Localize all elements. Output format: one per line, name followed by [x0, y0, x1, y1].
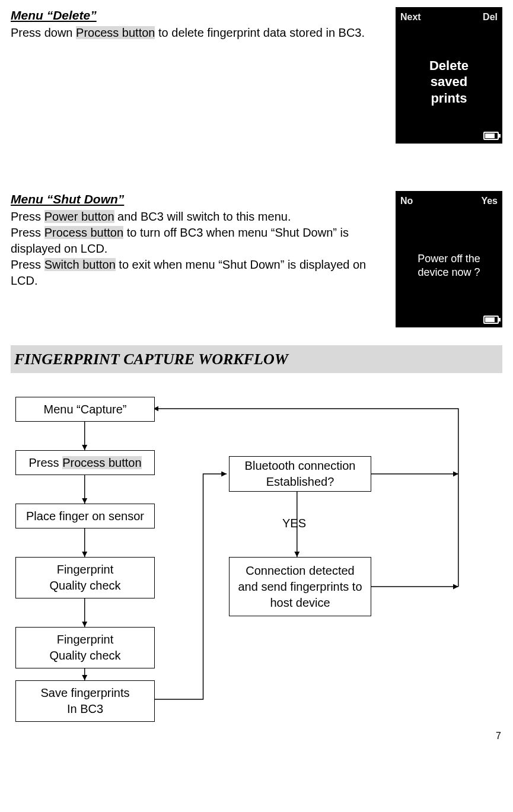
- battery-icon: [483, 132, 499, 140]
- flow-box-menu-capture: Menu “Capture”: [15, 397, 155, 422]
- workflow-heading: FINGERPRINT CAPTURE WORKFLOW: [11, 345, 502, 373]
- shutdown-device-screen: No Yes Power off the device now ?: [396, 191, 502, 327]
- shutdown-l1-post: and BC3 will switch to this menu.: [114, 210, 291, 223]
- delete-text-post: to delete fingerprint data stored in BC3…: [155, 26, 365, 39]
- shutdown-l1-pre: Press: [11, 210, 44, 223]
- flow-box-quality-check-repeat: Fingerprint Quality check: [15, 627, 155, 668]
- section-menu-shutdown: Menu “Shut Down” Press Power button and …: [11, 191, 502, 327]
- shutdown-line3: Press Switch button to exit when menu “S…: [11, 257, 385, 289]
- screen-body-text: Delete saved prints: [400, 24, 498, 140]
- flow-box-quality-check-repeat-text: Fingerprint Quality check: [49, 632, 120, 664]
- shutdown-heading: Menu “Shut Down”: [11, 191, 385, 208]
- screen-softkey-left: Next: [400, 11, 421, 24]
- flow-box-quality-check: Fingerprint Quality check: [15, 557, 155, 598]
- screen-top-bar: Next Del: [400, 11, 498, 24]
- screen-softkey-left-2: No: [400, 195, 413, 208]
- flow-box-press-process: Press Process button: [15, 450, 155, 475]
- section-menu-delete: Menu “Delete” Press down Process button …: [11, 7, 502, 144]
- screen-top-bar-2: No Yes: [400, 195, 498, 208]
- battery-icon-2: [483, 316, 499, 324]
- flow-box-place-finger: Place finger on sensor: [15, 504, 155, 528]
- switch-button-mention: Switch button: [44, 258, 116, 271]
- process-button-mention: Process button: [76, 26, 155, 39]
- page-number: 7: [496, 730, 501, 743]
- screen-body-text-2: Power off the device now ?: [400, 208, 498, 324]
- flow-label-yes: YES: [282, 515, 306, 531]
- delete-heading: Menu “Delete”: [11, 7, 385, 24]
- shutdown-line2: Press Process button to turn off BC3 whe…: [11, 225, 385, 257]
- flow-box-save: Save fingerprints In BC3: [15, 680, 155, 722]
- shutdown-line1: Press Power button and BC3 will switch t…: [11, 209, 385, 225]
- flow-box-connection-detected: Connection detected and send fingerprint…: [229, 557, 371, 616]
- delete-text-block: Menu “Delete” Press down Process button …: [11, 7, 385, 144]
- flow-box-bluetooth: Bluetooth connection Established?: [229, 456, 371, 492]
- shutdown-text-block: Menu “Shut Down” Press Power button and …: [11, 191, 385, 327]
- screen-softkey-right: Del: [483, 11, 498, 24]
- flow-process-button-mention: Process button: [62, 456, 141, 469]
- workflow-flowchart: Menu “Capture” Press Process button Plac…: [15, 397, 502, 729]
- delete-device-screen: Next Del Delete saved prints: [396, 7, 502, 144]
- screen-softkey-right-2: Yes: [481, 195, 498, 208]
- shutdown-l2-pre: Press: [11, 226, 44, 239]
- flow-press-pre: Press: [28, 456, 62, 469]
- delete-paragraph: Press down Process button to delete fing…: [11, 25, 385, 41]
- delete-text-pre: Press down: [11, 26, 76, 39]
- shutdown-l3-pre: Press: [11, 258, 44, 271]
- process-button-mention-2: Process button: [44, 226, 123, 239]
- power-button-mention: Power button: [44, 210, 114, 223]
